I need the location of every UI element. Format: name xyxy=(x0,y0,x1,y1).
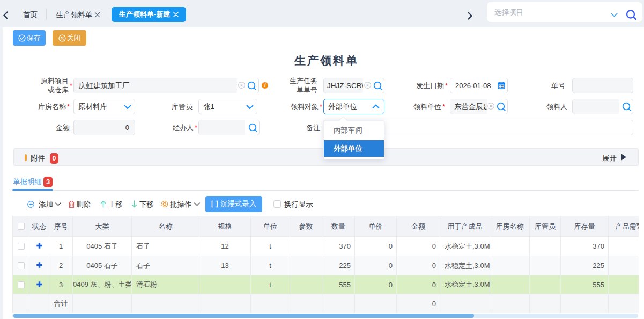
svg-text:i: i xyxy=(264,83,266,88)
